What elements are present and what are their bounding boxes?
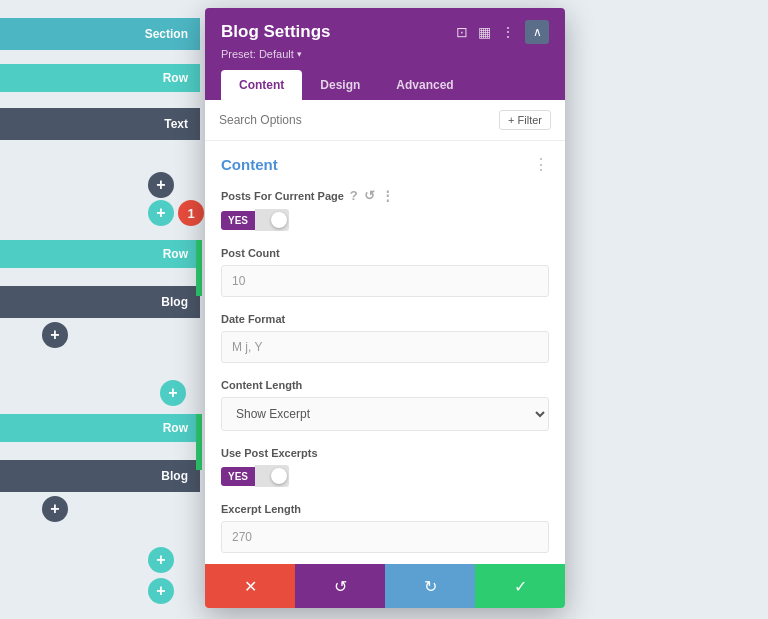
field-posts-current-page: Posts For Current Page ? ↺ ⋮ YES bbox=[221, 188, 549, 231]
date-format-input[interactable] bbox=[221, 331, 549, 363]
toggle-thumb-excerpts bbox=[271, 468, 287, 484]
tab-content[interactable]: Content bbox=[221, 70, 302, 100]
text-label: Text bbox=[164, 117, 188, 131]
modal-footer: ✕ ↺ ↻ ✓ bbox=[205, 564, 565, 608]
preset-label: Preset: Default bbox=[221, 48, 294, 60]
search-input[interactable] bbox=[219, 113, 491, 127]
add-btn-text-above[interactable]: + bbox=[148, 172, 174, 198]
excerpt-length-label: Excerpt Length bbox=[221, 503, 549, 515]
green-stripe-1 bbox=[196, 240, 202, 296]
content-section: Content ⋮ Posts For Current Page ? ↺ ⋮ Y… bbox=[205, 141, 565, 564]
screenshot-icon[interactable]: ⊡ bbox=[456, 24, 468, 40]
collapse-icon[interactable]: ∧ bbox=[525, 20, 549, 44]
post-count-input[interactable] bbox=[221, 265, 549, 297]
help-icon-posts[interactable]: ? bbox=[350, 188, 358, 203]
cancel-button[interactable]: ✕ bbox=[205, 564, 295, 608]
filter-button[interactable]: + Filter bbox=[499, 110, 551, 130]
excerpt-length-input[interactable] bbox=[221, 521, 549, 553]
add-btn-row-3-below[interactable]: + bbox=[148, 547, 174, 573]
toggle-track-excerpts[interactable] bbox=[255, 465, 289, 487]
row-label-3: Row bbox=[163, 421, 188, 435]
toggle-track-posts[interactable] bbox=[255, 209, 289, 231]
add-btn-row-2-below[interactable]: + bbox=[160, 380, 186, 406]
more-options-icon[interactable]: ⋮ bbox=[501, 24, 515, 40]
row-bar-3: Row bbox=[0, 414, 200, 442]
blog-bar-1: Blog bbox=[0, 286, 200, 318]
add-btn-text-below[interactable]: + bbox=[148, 200, 174, 226]
blog-label-2: Blog bbox=[161, 469, 188, 483]
blog-bar-2: Blog bbox=[0, 460, 200, 492]
content-length-select[interactable]: Show Excerpt Show Full Content bbox=[221, 397, 549, 431]
add-btn-blog-1[interactable]: + bbox=[42, 322, 68, 348]
more-icon-posts[interactable]: ⋮ bbox=[381, 188, 394, 203]
reset-icon-posts[interactable]: ↺ bbox=[364, 188, 375, 203]
blog-settings-modal: Blog Settings ⊡ ▦ ⋮ ∧ Preset: Default ▾ … bbox=[205, 8, 565, 608]
row-label-1: Row bbox=[163, 71, 188, 85]
text-bar: Text bbox=[0, 108, 200, 140]
undo-button[interactable]: ↺ bbox=[295, 564, 385, 608]
section-menu-icon[interactable]: ⋮ bbox=[533, 155, 549, 174]
green-stripe-2 bbox=[196, 414, 202, 470]
section-bar: Section bbox=[0, 18, 200, 50]
section-title: Content bbox=[221, 156, 278, 173]
add-btn-blog-2[interactable]: + bbox=[42, 496, 68, 522]
add-btn-section-bottom[interactable]: + bbox=[148, 578, 174, 604]
blog-label-1: Blog bbox=[161, 295, 188, 309]
modal-body: Content ⋮ Posts For Current Page ? ↺ ⋮ Y… bbox=[205, 141, 565, 564]
columns-icon[interactable]: ▦ bbox=[478, 24, 491, 40]
field-post-count: Post Count bbox=[221, 247, 549, 297]
field-content-length: Content Length Show Excerpt Show Full Co… bbox=[221, 379, 549, 431]
row-bar-2: Row bbox=[0, 240, 200, 268]
posts-current-page-label: Posts For Current Page ? ↺ ⋮ bbox=[221, 188, 549, 203]
modal-header-icons: ⊡ ▦ ⋮ ∧ bbox=[456, 20, 549, 44]
preset-arrow: ▾ bbox=[297, 49, 302, 59]
redo-button[interactable]: ↻ bbox=[385, 564, 475, 608]
badge-1: 1 bbox=[178, 200, 204, 226]
save-button[interactable]: ✓ bbox=[475, 564, 565, 608]
modal-tabs: Content Design Advanced bbox=[221, 70, 549, 100]
modal-header-top: Blog Settings ⊡ ▦ ⋮ ∧ bbox=[221, 20, 549, 44]
row-bar-1: Row bbox=[0, 64, 200, 92]
content-length-label: Content Length bbox=[221, 379, 549, 391]
date-format-label: Date Format bbox=[221, 313, 549, 325]
field-excerpt-length: Excerpt Length bbox=[221, 503, 549, 553]
modal-header: Blog Settings ⊡ ▦ ⋮ ∧ Preset: Default ▾ … bbox=[205, 8, 565, 100]
section-label: Section bbox=[145, 27, 188, 41]
toggle-yes-posts[interactable]: YES bbox=[221, 211, 255, 230]
tab-advanced[interactable]: Advanced bbox=[378, 70, 471, 100]
post-count-label: Post Count bbox=[221, 247, 549, 259]
toggle-yes-excerpts[interactable]: YES bbox=[221, 467, 255, 486]
field-date-format: Date Format bbox=[221, 313, 549, 363]
preset-selector[interactable]: Preset: Default ▾ bbox=[221, 48, 549, 60]
field-use-post-excerpts: Use Post Excerpts YES bbox=[221, 447, 549, 487]
toggle-posts-current-page[interactable]: YES bbox=[221, 209, 549, 231]
search-bar: + Filter bbox=[205, 100, 565, 141]
toggle-thumb-posts bbox=[271, 212, 287, 228]
modal-title: Blog Settings bbox=[221, 22, 331, 42]
toggle-use-post-excerpts[interactable]: YES bbox=[221, 465, 549, 487]
section-title-row: Content ⋮ bbox=[221, 155, 549, 174]
row-label-2: Row bbox=[163, 247, 188, 261]
tab-design[interactable]: Design bbox=[302, 70, 378, 100]
use-post-excerpts-label: Use Post Excerpts bbox=[221, 447, 549, 459]
